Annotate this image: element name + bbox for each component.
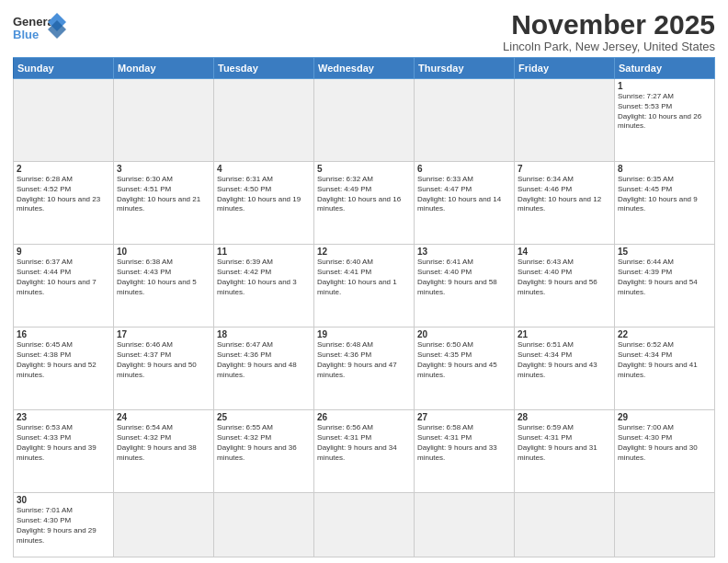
calendar-cell: 15Sunrise: 6:44 AM Sunset: 4:39 PM Dayli… [615,245,715,327]
calendar-cell [415,79,515,162]
col-tuesday: Tuesday [214,58,314,79]
day-info: Sunrise: 6:47 AM Sunset: 4:36 PM Dayligh… [217,340,311,380]
generalblue-logo-icon: General Blue [13,13,68,46]
calendar-cell: 10Sunrise: 6:38 AM Sunset: 4:43 PM Dayli… [114,245,214,327]
col-friday: Friday [515,58,615,79]
col-sunday: Sunday [14,58,114,79]
day-number: 2 [17,164,110,174]
day-number: 23 [17,412,110,422]
calendar-cell: 5Sunrise: 6:32 AM Sunset: 4:49 PM Daylig… [314,162,415,245]
calendar-cell: 29Sunrise: 7:00 AM Sunset: 4:30 PM Dayli… [615,410,715,493]
calendar-cell [214,493,314,557]
calendar-cell: 17Sunrise: 6:46 AM Sunset: 4:37 PM Dayli… [114,327,214,410]
calendar-table: Sunday Monday Tuesday Wednesday Thursday… [13,57,715,557]
page: General Blue November 2025 Lincoln Park,… [0,0,728,563]
day-number: 17 [117,329,210,339]
day-number: 21 [518,329,611,339]
calendar-cell: 21Sunrise: 6:51 AM Sunset: 4:34 PM Dayli… [515,327,615,410]
day-info: Sunrise: 6:45 AM Sunset: 4:38 PM Dayligh… [17,340,110,380]
calendar-cell: 20Sunrise: 6:50 AM Sunset: 4:35 PM Dayli… [415,327,515,410]
day-number: 28 [518,412,611,422]
calendar-cell: 13Sunrise: 6:41 AM Sunset: 4:40 PM Dayli… [415,245,515,327]
calendar-cell: 7Sunrise: 6:34 AM Sunset: 4:46 PM Daylig… [515,162,615,245]
day-info: Sunrise: 6:56 AM Sunset: 4:31 PM Dayligh… [317,423,411,463]
calendar-cell: 14Sunrise: 6:43 AM Sunset: 4:40 PM Dayli… [515,245,615,327]
calendar-cell: 26Sunrise: 6:56 AM Sunset: 4:31 PM Dayli… [314,410,415,493]
col-thursday: Thursday [415,58,515,79]
calendar-cell: 23Sunrise: 6:53 AM Sunset: 4:33 PM Dayli… [14,410,114,493]
calendar-week-row: 1Sunrise: 7:27 AM Sunset: 5:53 PM Daylig… [14,79,715,162]
location-title: Lincoln Park, New Jersey, United States [503,40,715,53]
day-info: Sunrise: 6:34 AM Sunset: 4:46 PM Dayligh… [518,175,611,214]
calendar-cell: 2Sunrise: 6:28 AM Sunset: 4:52 PM Daylig… [14,162,114,245]
day-info: Sunrise: 7:00 AM Sunset: 4:30 PM Dayligh… [618,423,711,463]
day-info: Sunrise: 6:50 AM Sunset: 4:35 PM Dayligh… [417,340,511,380]
calendar-cell: 16Sunrise: 6:45 AM Sunset: 4:38 PM Dayli… [14,327,114,410]
calendar-cell: 8Sunrise: 6:35 AM Sunset: 4:45 PM Daylig… [615,162,715,245]
calendar-cell: 22Sunrise: 6:52 AM Sunset: 4:34 PM Dayli… [615,327,715,410]
calendar-cell: 19Sunrise: 6:48 AM Sunset: 4:36 PM Dayli… [314,327,415,410]
day-info: Sunrise: 6:51 AM Sunset: 4:34 PM Dayligh… [518,340,611,380]
day-number: 12 [317,247,411,257]
calendar-cell: 1Sunrise: 7:27 AM Sunset: 5:53 PM Daylig… [615,79,715,162]
day-info: Sunrise: 6:35 AM Sunset: 4:45 PM Dayligh… [618,175,711,214]
day-number: 7 [518,164,611,174]
calendar-cell [314,493,415,557]
day-info: Sunrise: 6:48 AM Sunset: 4:36 PM Dayligh… [317,340,411,380]
calendar-week-row: 23Sunrise: 6:53 AM Sunset: 4:33 PM Dayli… [14,410,715,493]
day-number: 13 [417,247,511,257]
col-monday: Monday [114,58,214,79]
day-number: 22 [618,329,711,339]
day-info: Sunrise: 6:44 AM Sunset: 4:39 PM Dayligh… [618,258,711,297]
calendar-cell [214,79,314,162]
day-number: 30 [17,495,110,505]
calendar-cell: 24Sunrise: 6:54 AM Sunset: 4:32 PM Dayli… [114,410,214,493]
day-info: Sunrise: 6:38 AM Sunset: 4:43 PM Dayligh… [117,258,210,297]
day-info: Sunrise: 6:43 AM Sunset: 4:40 PM Dayligh… [518,258,611,297]
calendar-header-row: Sunday Monday Tuesday Wednesday Thursday… [14,58,715,79]
calendar-week-row: 2Sunrise: 6:28 AM Sunset: 4:52 PM Daylig… [14,162,715,245]
calendar-cell: 18Sunrise: 6:47 AM Sunset: 4:36 PM Dayli… [214,327,314,410]
day-info: Sunrise: 6:54 AM Sunset: 4:32 PM Dayligh… [117,423,210,463]
col-saturday: Saturday [615,58,715,79]
calendar-cell [515,493,615,557]
day-number: 29 [618,412,711,422]
day-info: Sunrise: 6:33 AM Sunset: 4:47 PM Dayligh… [417,175,511,214]
calendar-cell [615,493,715,557]
calendar-cell [515,79,615,162]
day-info: Sunrise: 6:53 AM Sunset: 4:33 PM Dayligh… [17,423,110,463]
day-info: Sunrise: 6:32 AM Sunset: 4:49 PM Dayligh… [317,175,411,214]
day-info: Sunrise: 6:46 AM Sunset: 4:37 PM Dayligh… [117,340,210,380]
day-number: 18 [217,329,311,339]
day-number: 10 [117,247,210,257]
day-info: Sunrise: 7:27 AM Sunset: 5:53 PM Dayligh… [618,92,711,132]
day-number: 5 [317,164,411,174]
calendar-cell: 12Sunrise: 6:40 AM Sunset: 4:41 PM Dayli… [314,245,415,327]
svg-text:Blue: Blue [13,28,39,41]
col-wednesday: Wednesday [314,58,415,79]
day-number: 4 [217,164,311,174]
calendar-cell: 30Sunrise: 7:01 AM Sunset: 4:30 PM Dayli… [14,493,114,557]
day-info: Sunrise: 6:37 AM Sunset: 4:44 PM Dayligh… [17,258,110,297]
calendar-cell: 3Sunrise: 6:30 AM Sunset: 4:51 PM Daylig… [114,162,214,245]
day-info: Sunrise: 6:41 AM Sunset: 4:40 PM Dayligh… [417,258,511,297]
day-number: 20 [417,329,511,339]
calendar-cell [415,493,515,557]
day-number: 3 [117,164,210,174]
logo-area: General Blue [13,9,68,46]
day-number: 6 [417,164,511,174]
calendar-week-row: 9Sunrise: 6:37 AM Sunset: 4:44 PM Daylig… [14,245,715,327]
top-section: General Blue November 2025 Lincoln Park,… [13,9,715,53]
day-info: Sunrise: 6:30 AM Sunset: 4:51 PM Dayligh… [117,175,210,214]
day-number: 16 [17,329,110,339]
day-number: 25 [217,412,311,422]
calendar-cell [314,79,415,162]
day-info: Sunrise: 6:52 AM Sunset: 4:34 PM Dayligh… [618,340,711,380]
calendar-cell: 11Sunrise: 6:39 AM Sunset: 4:42 PM Dayli… [214,245,314,327]
calendar-week-row: 30Sunrise: 7:01 AM Sunset: 4:30 PM Dayli… [14,493,715,557]
calendar-cell: 25Sunrise: 6:55 AM Sunset: 4:32 PM Dayli… [214,410,314,493]
day-number: 27 [417,412,511,422]
day-number: 14 [518,247,611,257]
calendar-cell [14,79,114,162]
day-number: 19 [317,329,411,339]
